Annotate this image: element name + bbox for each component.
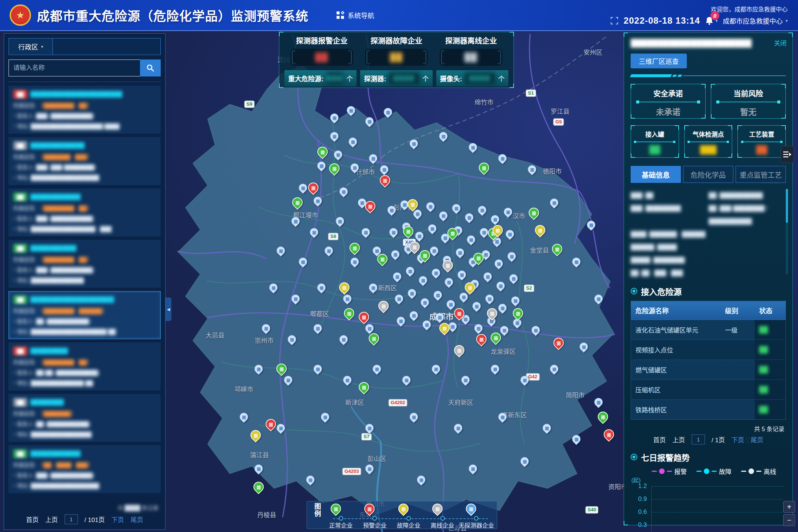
road-badge: S7: [361, 433, 372, 440]
legend-node: [406, 516, 411, 521]
y-tick-label: 0.6: [631, 508, 647, 516]
company-card[interactable]: ██████████████所属监管:【██ - ████ - ███】▪联系人…: [8, 445, 161, 493]
y-tick-label: 1.2: [631, 482, 647, 490]
company-card[interactable]: ██████████████所属监管:【████████ - ██】▪联系人: …: [8, 188, 161, 236]
contact-text: 联系人: ███ (███████████): [17, 112, 94, 119]
contact-line: ▪联系人: ███ (███████████): [13, 266, 156, 273]
city-label: 崇州市: [255, 335, 274, 345]
equipment-stat-box: 接入罐██: [631, 125, 679, 158]
page-first[interactable]: 首页: [653, 435, 666, 444]
grid-icon: [337, 11, 344, 19]
city-label: 绵竹市: [475, 97, 494, 106]
company-name: █████████: [30, 348, 68, 354]
page-prev[interactable]: 上页: [672, 435, 685, 444]
company-card[interactable]: █████████████所属监管:【████████ - ██】▪联系人: █…: [8, 240, 161, 288]
status-tag: ██: [13, 90, 27, 99]
legend-item: ▦无探测器企业: [459, 503, 493, 527]
company-card[interactable]: ██████████所属监管:【███████】▪联系人: ██ (██████…: [8, 394, 161, 442]
decorative-line: [631, 74, 786, 77]
status-tag: ██: [13, 398, 27, 407]
page-first[interactable]: 首页: [26, 515, 39, 524]
stats-value-text: ██: [390, 52, 403, 62]
stats-counter: 重大危险源:888个: [284, 70, 357, 86]
user-menu[interactable]: 成都市应急救援中心 ▾: [723, 16, 788, 25]
notifications-button[interactable]: 0 ▾: [705, 16, 718, 25]
current-risk-box: 当前风险 暂无: [711, 84, 786, 119]
company-card[interactable]: ██████████████████████所属监管:【████████ - █…: [8, 291, 161, 339]
legend-item[interactable]: 报警: [652, 467, 687, 476]
table-row[interactable]: 视频接入点位██: [631, 340, 786, 360]
address-text: 地址: ███████████████████ ████: [17, 122, 119, 130]
counter-unit: 个: [422, 74, 429, 83]
stats-counter: 探测器:8888个: [360, 70, 432, 86]
map-legend-bar: 图例 ▦正常企业▦预警企业▦故障企业▦离线企业▦无探测器企业: [307, 501, 497, 529]
tab-1[interactable]: 危险化学品: [683, 166, 733, 183]
patrol-3d-button[interactable]: 三维厂区巡查: [631, 54, 687, 68]
equipment-stat-value: ███: [700, 145, 717, 154]
system-nav-button[interactable]: 系统导航: [337, 10, 374, 20]
region-filter-select[interactable]: 行政区 ▾: [8, 38, 53, 55]
legend-item[interactable]: 故障: [696, 467, 732, 476]
page-next[interactable]: 下页: [732, 435, 744, 444]
stats-column-value: ██: [440, 49, 502, 66]
stats-column-label: 探测器故障企业: [371, 35, 422, 46]
equipment-stat-box: 气体检测点███: [684, 125, 733, 158]
tab-0[interactable]: 基础信息: [631, 166, 681, 183]
location-pin-icon: ▪: [13, 226, 15, 231]
legend-item: ▦离线企业: [426, 503, 460, 527]
tab-2[interactable]: 重点监管工艺: [736, 166, 786, 183]
equipment-stat-value: ██: [649, 145, 660, 154]
status-badge: ██: [759, 386, 768, 393]
region-filter-value[interactable]: [53, 38, 161, 55]
legend-item[interactable]: 离线: [741, 467, 776, 476]
equipment-stat-label: 接入罐: [645, 129, 664, 139]
person-icon: ▪: [13, 473, 15, 478]
address-text: 地址: ████████████████████ ██: [17, 327, 116, 335]
zoom-out-button[interactable]: −: [783, 514, 795, 526]
legend-node: [372, 516, 377, 521]
search-input[interactable]: [8, 59, 140, 76]
table-row[interactable]: 铁路栈桥区██: [631, 400, 786, 420]
table-row[interactable]: 压缩机区██: [631, 380, 786, 400]
company-card[interactable]: ████████████████████████所属监管:【████████ -…: [8, 86, 161, 134]
scrollbar[interactable]: [786, 189, 788, 274]
close-button[interactable]: 关闭: [774, 38, 787, 47]
promise-value: 未承诺: [656, 105, 680, 117]
company-name: ████████████: [30, 450, 81, 457]
status-badge: ██: [759, 346, 768, 353]
location-pin-icon: ▪: [13, 277, 15, 283]
page-input[interactable]: 1: [65, 514, 78, 524]
location-pin-icon: ▪: [13, 329, 15, 334]
road-badge: S8: [328, 233, 338, 240]
address-text: 地址: ████████████████: [17, 430, 91, 438]
legend-node: [339, 516, 343, 521]
hazard-section-header: 接入危险源: [631, 285, 786, 297]
company-card[interactable]: ███████████████所属监管:【███████ - ███】▪联系人:…: [8, 137, 161, 185]
info-cont: ███████████: [709, 218, 752, 224]
counter-unit: 个: [498, 74, 505, 83]
table-row[interactable]: 燃气储罐区██: [631, 360, 786, 380]
search-button[interactable]: [140, 59, 161, 76]
zoom-in-button[interactable]: +: [783, 501, 795, 513]
address-line: ▪地址: ███████████████████ ████: [13, 122, 156, 130]
table-row[interactable]: 液化石油气储罐区单元一级██: [631, 320, 786, 340]
panel-collapse-button[interactable]: [781, 146, 794, 163]
person-icon: ▪: [13, 370, 15, 375]
hazard-level-cell: [721, 360, 755, 380]
fullscreen-icon[interactable]: [610, 17, 618, 25]
contact-line: ▪联系人: ██ ██ (███████████): [13, 368, 156, 376]
page-next[interactable]: 下页: [111, 515, 124, 524]
page-input[interactable]: 1: [692, 434, 705, 444]
company-card[interactable]: ███████████所属监管:【████████ - ██】▪联系人: ██ …: [8, 342, 161, 391]
contact-line: ▪联系人: ██ (███████████): [13, 317, 156, 325]
page-prev[interactable]: 上页: [45, 515, 58, 524]
page-last[interactable]: 尾页: [130, 515, 143, 524]
hazard-name-cell: 燃气储罐区: [631, 360, 721, 380]
page-last[interactable]: 尾页: [751, 435, 763, 444]
supervise-value: 【████████ - ██】: [38, 204, 92, 212]
sidebar-collapse-handle[interactable]: ◀: [166, 297, 171, 321]
stats-counter: 摄像头:8888个: [436, 70, 508, 86]
page-total: / 101页: [85, 515, 105, 524]
contact-text: 联系人: ███ (███████████): [17, 266, 94, 273]
contact-text: 联系人: ██ (███████████): [17, 420, 91, 427]
